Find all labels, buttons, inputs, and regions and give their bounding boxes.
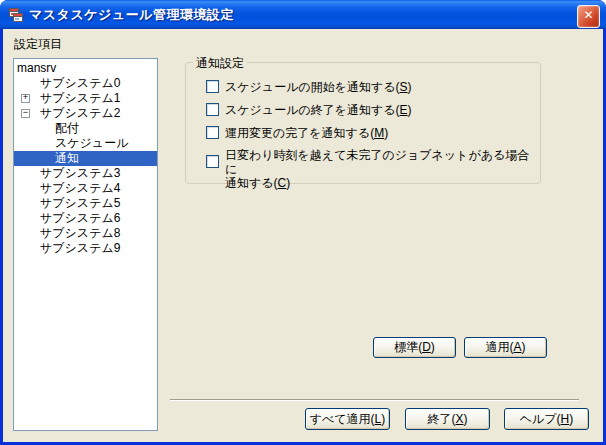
apply-button[interactable]: 適用(A): [464, 337, 547, 358]
checkbox-row-notify-end: スケジュールの終了を通知する(E): [206, 103, 412, 117]
tree-item-label: サブシステム5: [38, 196, 122, 210]
tree-item-notify-selected[interactable]: 通知: [14, 151, 157, 166]
tree-item-subsystem1[interactable]: + サブシステム1: [14, 91, 157, 106]
standard-button[interactable]: 標準(D): [373, 337, 456, 358]
checkbox-label-notify-opchange[interactable]: 運用変更の完了を通知する(M): [225, 126, 388, 140]
settings-tree[interactable]: mansrv サブシステム0 + サブシステム1 − サブシステム2 配付 スケ: [13, 58, 158, 431]
apply-all-button[interactable]: すべて適用(L): [305, 408, 390, 430]
tree-item-label: サブシステム1: [38, 91, 122, 105]
notification-settings-group: 通知設定 スケジュールの開始を通知する(S) スケジュールの終了を通知する(E)…: [185, 62, 541, 184]
settings-items-label: 設定項目: [14, 36, 62, 53]
tree-item-label: 配付: [53, 121, 81, 135]
tree-item-mansrv[interactable]: mansrv: [14, 61, 157, 76]
tree-item-subsystem9[interactable]: サブシステム9: [14, 241, 157, 256]
tree-item-subsystem4[interactable]: サブシステム4: [14, 181, 157, 196]
checkbox-notify-incomplete[interactable]: [206, 155, 219, 168]
checkbox-notify-opchange[interactable]: [206, 126, 219, 139]
tree-item-label: 通知: [53, 151, 81, 165]
tree-item-subsystem2[interactable]: − サブシステム2: [14, 106, 157, 121]
tree-item-label: サブシステム9: [38, 241, 122, 255]
tree-item-haifu[interactable]: 配付: [14, 121, 157, 136]
tree-item-schedule[interactable]: スケジュール: [14, 136, 157, 151]
window-title: マスタスケジュール管理環境設定: [29, 6, 234, 24]
group-title: 通知設定: [193, 55, 247, 72]
tree-item-subsystem0[interactable]: サブシステム0: [14, 76, 157, 91]
tree-item-subsystem3[interactable]: サブシステム3: [14, 166, 157, 181]
checkbox-notify-start[interactable]: [206, 80, 219, 93]
screen: マスタスケジュール管理環境設定 ✕ 設定項目 mansrv サブシステム0 + …: [0, 0, 606, 445]
tree-item-subsystem8[interactable]: サブシステム8: [14, 226, 157, 241]
expand-plus-icon[interactable]: +: [21, 94, 30, 103]
tree-item-label: サブシステム4: [38, 181, 122, 195]
checkbox-label-notify-start[interactable]: スケジュールの開始を通知する(S): [225, 80, 412, 94]
app-cascade-windows-icon: [8, 7, 24, 23]
checkbox-row-notify-start: スケジュールの開始を通知する(S): [206, 80, 412, 94]
close-icon[interactable]: ✕: [577, 5, 600, 28]
checkbox-label-notify-end[interactable]: スケジュールの終了を通知する(E): [225, 103, 412, 117]
master-schedule-settings-window: マスタスケジュール管理環境設定 ✕ 設定項目 mansrv サブシステム0 + …: [0, 0, 606, 445]
tree-item-label: サブシステム8: [38, 226, 122, 240]
tree-item-subsystem6[interactable]: サブシステム6: [14, 211, 157, 226]
exit-button[interactable]: 終了(X): [405, 408, 490, 430]
collapse-minus-icon[interactable]: −: [21, 109, 30, 118]
dialog-client-area: 設定項目 mansrv サブシステム0 + サブシステム1 − サブシステム2: [3, 29, 603, 442]
checkbox-label-notify-incomplete[interactable]: 日変わり時刻を越えて未完了のジョブネットがある場合に 通知する(C): [225, 148, 540, 190]
titlebar[interactable]: マスタスケジュール管理環境設定 ✕: [0, 0, 606, 29]
tree-item-label: スケジュール: [53, 136, 130, 150]
tree-item-label: サブシステム6: [38, 211, 122, 225]
tree-item-label: サブシステム0: [38, 76, 122, 90]
separator-line: [170, 399, 579, 401]
checkbox-row-notify-opchange: 運用変更の完了を通知する(M): [206, 126, 388, 140]
checkbox-row-notify-incomplete: 日変わり時刻を越えて未完了のジョブネットがある場合に 通知する(C): [206, 148, 540, 190]
tree-item-label: サブシステム2: [38, 106, 122, 120]
tree-item-label: mansrv: [15, 61, 58, 75]
tree-item-label: サブシステム3: [38, 166, 122, 180]
tree-item-subsystem5[interactable]: サブシステム5: [14, 196, 157, 211]
checkbox-notify-end[interactable]: [206, 103, 219, 116]
help-button[interactable]: ヘルプ(H): [504, 408, 589, 430]
